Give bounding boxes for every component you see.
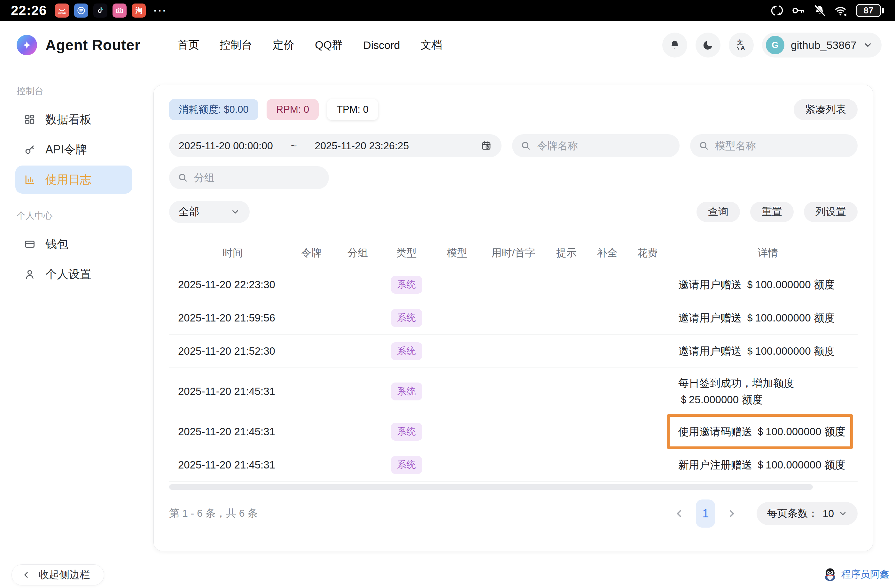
- quota-badge: 消耗额度: $0.00: [169, 99, 258, 120]
- cell-model: [433, 415, 481, 448]
- nav-pricing[interactable]: 定价: [273, 38, 294, 52]
- nav-discord[interactable]: Discord: [363, 39, 400, 52]
- token-name-input[interactable]: [537, 140, 671, 152]
- search-icon: [698, 140, 709, 151]
- cell-cost: [627, 268, 668, 301]
- cell-type: 系统: [380, 449, 433, 481]
- cell-latency: [481, 335, 545, 368]
- page-number-1[interactable]: 1: [696, 500, 715, 527]
- column-settings-button[interactable]: 列设置: [804, 202, 858, 222]
- brand-logo-icon[interactable]: [17, 35, 37, 55]
- col-completion: 补全: [587, 238, 627, 268]
- date-separator: ~: [291, 140, 297, 152]
- cell-detail: 邀请用户赠送 ＄100.000000 额度: [668, 268, 858, 301]
- type-filter-select[interactable]: 全部: [169, 201, 250, 223]
- user-name: github_53867: [791, 39, 857, 52]
- translate-icon: 文A: [735, 39, 748, 52]
- tiktok-icon: [93, 3, 108, 18]
- chevron-left-icon: [674, 508, 685, 519]
- horizontal-scrollbar[interactable]: [169, 484, 813, 490]
- calendar-icon: [481, 140, 492, 152]
- table-row[interactable]: 2025-11-20 21:45:31 系统 新用户注册赠送 ＄100.0000…: [169, 449, 858, 482]
- sidebar-item-usage-logs[interactable]: 使用日志: [15, 165, 132, 194]
- cell-model: [433, 302, 481, 334]
- collapse-sidebar-label: 收起侧边栏: [39, 568, 90, 582]
- sidebar-section-console: 控制台: [17, 85, 132, 97]
- prev-page-button[interactable]: [674, 508, 685, 519]
- sidebar-item-settings[interactable]: 个人设置: [15, 260, 132, 288]
- cell-prompt: [545, 268, 587, 301]
- search-icon: [177, 172, 188, 183]
- sidebar: 控制台 数据看板 API令牌 使用日志 个人中心 钱包: [0, 69, 140, 290]
- cell-prompt: [545, 449, 587, 481]
- col-detail: 详情: [668, 238, 858, 268]
- next-page-button[interactable]: [726, 508, 737, 519]
- usage-log-panel: 消耗额度: $0.00 RPM: 0 TPM: 0 紧凑列表 2025-11-2…: [153, 85, 873, 551]
- col-latency: 用时/首字: [481, 238, 545, 268]
- chevron-left-icon: [21, 570, 31, 580]
- token-name-search[interactable]: [512, 134, 680, 157]
- table-row[interactable]: 2025-11-20 21:45:31 系统 每日签到成功，增加额度 ＄25.0…: [169, 368, 858, 415]
- cell-time: 2025-11-20 21:45:31: [169, 415, 287, 448]
- sidebar-item-api-tokens[interactable]: API令牌: [15, 135, 132, 164]
- cell-type: 系统: [380, 268, 433, 301]
- watermark: 程序员阿鑫: [823, 567, 889, 582]
- nav-home[interactable]: 首页: [177, 38, 199, 52]
- table-row[interactable]: 2025-11-20 22:23:30 系统 邀请用户赠送 ＄100.00000…: [169, 268, 858, 302]
- model-name-input[interactable]: [715, 140, 849, 152]
- col-group: 分组: [335, 238, 380, 268]
- sidebar-item-label: 钱包: [46, 236, 68, 252]
- table-row-highlighted[interactable]: 2025-11-20 21:45:31 系统 使用邀请码赠送 ＄100.0000…: [169, 415, 858, 449]
- group-input[interactable]: [194, 172, 321, 184]
- group-search[interactable]: [169, 166, 329, 189]
- dark-mode-button[interactable]: [696, 33, 721, 58]
- cell-detail: 新用户注册赠送 ＄100.000000 额度: [668, 449, 858, 481]
- reset-button[interactable]: 重置: [750, 202, 794, 222]
- cell-prompt: [545, 368, 587, 415]
- cell-latency: [481, 449, 545, 481]
- cell-detail: 邀请用户赠送 ＄100.000000 额度: [668, 302, 858, 334]
- compact-list-button[interactable]: 紧凑列表: [794, 99, 858, 120]
- status-bar: 22:26 HUAWEI 淘 ··· 87: [0, 0, 895, 21]
- model-name-search[interactable]: [690, 134, 858, 157]
- col-token: 令牌: [287, 238, 335, 268]
- sidebar-item-wallet[interactable]: 钱包: [15, 230, 132, 258]
- table-row[interactable]: 2025-11-20 21:52:30 系统 邀请用户赠送 ＄100.00000…: [169, 335, 858, 368]
- date-start: 2025-11-20 00:00:00: [179, 140, 273, 152]
- cell-type: 系统: [380, 335, 433, 368]
- sidebar-item-dashboard[interactable]: 数据看板: [15, 105, 132, 133]
- sync-icon: [771, 5, 783, 17]
- brand-name[interactable]: Agent Router: [46, 36, 140, 54]
- nav-console[interactable]: 控制台: [220, 38, 252, 52]
- nav-qq-group[interactable]: QQ群: [315, 38, 343, 52]
- cell-completion: [587, 368, 627, 415]
- nav-docs[interactable]: 文档: [420, 38, 442, 52]
- usage-log-table: 时间 令牌 分组 类型 模型 用时/首字 提示 补全 花费 详情 2025-11…: [169, 238, 858, 490]
- cell-detail: 邀请用户赠送 ＄100.000000 额度: [668, 335, 858, 368]
- person-icon: [24, 268, 36, 280]
- type-badge: 系统: [391, 342, 422, 360]
- query-button[interactable]: 查询: [696, 202, 740, 222]
- language-button[interactable]: 文A: [729, 33, 754, 58]
- battery-percent: 87: [863, 5, 873, 16]
- cell-prompt: [545, 415, 587, 448]
- user-menu[interactable]: G github_53867: [762, 33, 881, 58]
- col-prompt: 提示: [545, 238, 587, 268]
- notifications-button[interactable]: [662, 33, 687, 58]
- type-badge: 系统: [391, 456, 422, 474]
- cell-completion: [587, 415, 627, 448]
- col-type: 类型: [380, 238, 433, 268]
- key-icon: [24, 144, 36, 156]
- date-range-picker[interactable]: 2025-11-20 00:00:00 ~ 2025-11-20 23:26:2…: [169, 134, 502, 157]
- page-summary: 第 1 - 6 条，共 6 条: [169, 506, 258, 521]
- wallet-icon: [24, 238, 36, 250]
- taobao-icon: 淘: [132, 3, 146, 18]
- cell-group: [335, 368, 380, 415]
- page-size-select[interactable]: 每页条数： 10: [757, 502, 858, 525]
- table-row[interactable]: 2025-11-20 21:59:56 系统 邀请用户赠送 ＄100.00000…: [169, 302, 858, 335]
- chevron-down-icon: [231, 207, 240, 217]
- cell-token: [287, 415, 335, 448]
- sidebar-item-label: API令牌: [46, 142, 87, 158]
- collapse-sidebar-button[interactable]: 收起侧边栏: [12, 564, 104, 585]
- cell-latency: [481, 268, 545, 301]
